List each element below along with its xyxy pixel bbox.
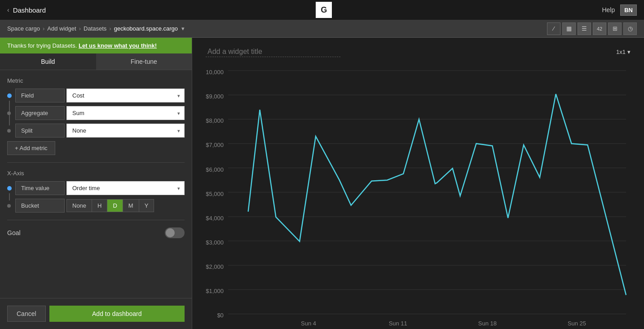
chart-container: $10,000 $9,000 $8,000 $7,000 $6,000 $5,0… xyxy=(206,66,631,328)
size-dropdown-arrow-icon: ▾ xyxy=(627,49,631,55)
logo-area: G xyxy=(316,2,332,18)
xaxis-section-label: X-Axis xyxy=(7,170,185,177)
metric-group: Metric Field Cost ▾ Aggreg xyxy=(7,77,185,155)
time-value-select-wrapper: Order time ▾ xyxy=(66,181,185,195)
breadcrumb: Space cargo › Add widget › Datasets › ge… xyxy=(7,25,185,32)
goal-label: Goal xyxy=(7,229,21,236)
time-value-dot-icon xyxy=(7,186,12,191)
bottom-buttons: Cancel Add to dashboard xyxy=(0,298,192,329)
split-label: Split xyxy=(15,124,65,138)
bucket-m[interactable]: M xyxy=(123,200,139,212)
svg-text:$4,000: $4,000 xyxy=(206,215,224,222)
divider-1 xyxy=(7,162,185,163)
svg-text:$1,000: $1,000 xyxy=(206,288,224,294)
svg-text:$10,000: $10,000 xyxy=(206,69,224,76)
field-select[interactable]: Cost xyxy=(66,89,185,102)
svg-text:$8,000: $8,000 xyxy=(206,117,224,124)
back-to-dashboard[interactable]: ‹ Dashboard xyxy=(7,6,46,14)
bar-chart-icon[interactable]: ▦ xyxy=(562,22,576,35)
bucket-h[interactable]: H xyxy=(92,200,107,212)
banner-link[interactable]: Let us know what you think! xyxy=(79,42,157,49)
goal-row: Goal xyxy=(7,227,185,238)
svg-text:$7,000: $7,000 xyxy=(206,142,224,148)
cancel-button[interactable]: Cancel xyxy=(7,306,46,322)
metric-section-label: Metric xyxy=(7,77,185,84)
svg-text:$9,000: $9,000 xyxy=(206,93,224,100)
back-arrow-icon: ‹ xyxy=(7,6,9,13)
svg-text:$0: $0 xyxy=(217,312,223,319)
time-value-select[interactable]: Order time xyxy=(66,181,185,195)
line-chart-icon[interactable]: ⁄ xyxy=(547,22,560,35)
line-chart-svg: $10,000 $9,000 $8,000 $7,000 $6,000 $5,0… xyxy=(206,66,631,328)
toggle-knob xyxy=(166,228,175,237)
left-panel: Thanks for trying Datasets. Let us know … xyxy=(0,38,192,329)
breadcrumb-sep-2: › xyxy=(79,25,81,32)
svg-text:Sun 4: Sun 4 xyxy=(301,320,316,326)
banner: Thanks for trying Datasets. Let us know … xyxy=(0,38,192,53)
svg-text:$3,000: $3,000 xyxy=(206,239,224,246)
number-icon[interactable]: 42 xyxy=(593,22,606,35)
top-nav: ‹ Dashboard G Help BN xyxy=(0,0,644,20)
bucket-d[interactable]: D xyxy=(107,200,123,212)
grid-icon[interactable]: ⊞ xyxy=(608,22,622,35)
image-icon[interactable]: ◷ xyxy=(623,22,637,35)
chart-line xyxy=(248,94,626,295)
add-to-dashboard-button[interactable]: Add to dashboard xyxy=(49,306,185,322)
field-select-wrapper: Cost ▾ xyxy=(66,89,185,102)
bucket-options: None H D M Y xyxy=(66,199,154,212)
table-icon[interactable]: ☰ xyxy=(578,22,591,35)
size-label: 1x1 xyxy=(616,49,626,55)
bucket-label: Bucket xyxy=(15,199,65,213)
connector-dot-bucket xyxy=(7,204,11,208)
svg-text:$6,000: $6,000 xyxy=(206,166,224,173)
field-dot-icon xyxy=(7,93,12,98)
bucket-y[interactable]: Y xyxy=(139,200,154,212)
aggregate-select-wrapper: Sum ▾ xyxy=(66,106,185,120)
aggregate-label: Aggregate xyxy=(15,106,65,120)
goal-toggle[interactable] xyxy=(165,227,185,238)
user-badge[interactable]: BN xyxy=(620,4,637,16)
breadcrumb-sep-1: › xyxy=(43,25,44,32)
breadcrumb-sep-3: › xyxy=(109,25,111,32)
svg-text:$2,000: $2,000 xyxy=(206,263,224,270)
chart-header: 1x1 ▾ xyxy=(206,47,631,57)
breadcrumb-bar: Space cargo › Add widget › Datasets › ge… xyxy=(0,20,644,38)
tab-fine-tune[interactable]: Fine-tune xyxy=(96,53,192,70)
connector-line-split xyxy=(9,118,10,125)
field-label: Field xyxy=(15,89,65,102)
breadcrumb-current-label: geckoboard.space.cargo xyxy=(114,25,178,32)
help-link[interactable]: Help xyxy=(602,6,615,13)
svg-text:Sun 11: Sun 11 xyxy=(389,320,407,326)
breadcrumb-current[interactable]: geckoboard.space.cargo ▾ xyxy=(114,25,185,32)
nav-dashboard-title: Dashboard xyxy=(13,6,46,14)
gecko-logo: G xyxy=(316,2,332,18)
connector-dot-split xyxy=(7,129,11,133)
breadcrumb-space-cargo[interactable]: Space cargo xyxy=(7,25,40,32)
split-select-wrapper: None ▾ xyxy=(66,124,185,138)
breadcrumb-dropdown-arrow: ▾ xyxy=(181,25,185,32)
xaxis-group: X-Axis Time value Order time ▾ xyxy=(7,170,185,213)
nav-right: Help BN xyxy=(602,4,637,16)
breadcrumb-add-widget[interactable]: Add widget xyxy=(47,25,76,32)
widget-title-input[interactable] xyxy=(206,47,340,57)
tabs: Build Fine-tune xyxy=(0,53,192,70)
main-layout: Thanks for trying Datasets. Let us know … xyxy=(0,38,644,329)
form-area: Metric Field Cost ▾ Aggreg xyxy=(0,70,192,298)
right-panel: 1x1 ▾ $10,000 $9,000 $8,000 $7,000 $6,00… xyxy=(192,38,644,329)
toolbar-icons: ⁄ ▦ ☰ 42 ⊞ ◷ xyxy=(547,22,637,35)
svg-text:$5,000: $5,000 xyxy=(206,191,224,197)
bucket-none[interactable]: None xyxy=(67,200,92,212)
aggregate-select[interactable]: Sum xyxy=(66,106,185,120)
bucket-row: Bucket None H D M Y xyxy=(7,199,185,213)
svg-text:Sun 18: Sun 18 xyxy=(478,320,497,326)
breadcrumb-datasets[interactable]: Datasets xyxy=(84,25,106,32)
divider-2 xyxy=(7,220,185,220)
split-select[interactable]: None xyxy=(66,124,185,138)
tab-build[interactable]: Build xyxy=(0,53,96,70)
add-metric-button[interactable]: + Add metric xyxy=(7,141,55,155)
connector-line-bucket xyxy=(9,193,10,200)
size-selector[interactable]: 1x1 ▾ xyxy=(616,49,631,55)
aggregate-row: Aggregate Sum ▾ xyxy=(7,106,185,120)
field-row: Field Cost ▾ xyxy=(7,89,185,102)
time-value-label: Time value xyxy=(15,181,65,195)
